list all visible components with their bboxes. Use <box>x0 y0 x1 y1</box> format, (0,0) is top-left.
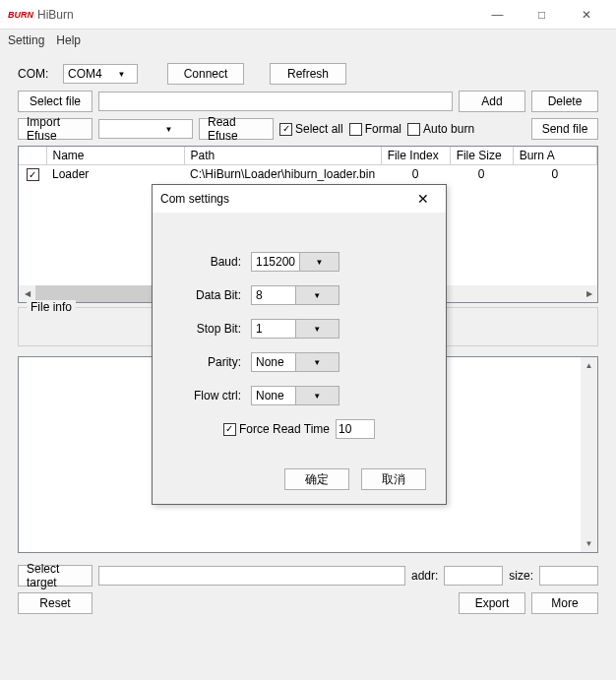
baud-select[interactable]: 115200 ▼ <box>251 252 339 272</box>
menu-setting[interactable]: Setting <box>8 33 44 47</box>
cell-file-size: 0 <box>450 165 513 184</box>
connect-button[interactable]: Connect <box>167 63 244 85</box>
baud-label: Baud: <box>172 255 251 269</box>
chevron-down-icon: ▼ <box>295 320 339 338</box>
app-logo: BURN <box>8 10 33 20</box>
cell-path: C:\HiBurn\Loader\hiburn_loader.bin <box>184 165 381 184</box>
dialog-title: Com settings <box>160 192 229 206</box>
col-burn-addr[interactable]: Burn A <box>513 147 596 165</box>
scroll-up-icon[interactable]: ▲ <box>581 357 597 374</box>
send-file-button[interactable]: Send file <box>531 118 598 140</box>
auto-burn-checkbox[interactable]: Auto burn <box>407 122 474 136</box>
auto-burn-label: Auto burn <box>423 122 474 136</box>
minimize-button[interactable]: — <box>475 0 520 30</box>
baud-value: 115200 <box>252 255 299 269</box>
select-file-button[interactable]: Select file <box>18 91 92 112</box>
parity-label: Parity: <box>172 355 251 369</box>
cancel-button[interactable]: 取消 <box>361 468 426 490</box>
close-button[interactable]: ✕ <box>564 0 608 30</box>
row-checkbox[interactable]: ✓ <box>27 168 39 181</box>
add-button[interactable]: Add <box>459 91 525 112</box>
col-name[interactable]: Name <box>46 147 184 165</box>
size-input[interactable] <box>539 566 598 586</box>
table-row[interactable]: ✓ Loader C:\HiBurn\Loader\hiburn_loader.… <box>19 165 597 184</box>
chevron-down-icon: ▼ <box>295 353 339 371</box>
chevron-down-icon: ▼ <box>295 286 339 304</box>
databit-label: Data Bit: <box>172 288 251 302</box>
databit-value: 8 <box>252 288 295 302</box>
import-efuse-button[interactable]: Import Efuse <box>18 118 92 140</box>
select-target-button[interactable]: Select target <box>18 565 92 587</box>
force-read-checkbox[interactable]: ✓ Force Read Time <box>223 422 330 436</box>
cell-name: Loader <box>46 165 184 184</box>
com-settings-dialog: Com settings ✕ Baud: 115200 ▼ Data Bit: … <box>152 184 447 505</box>
v-scrollbar[interactable]: ▲ ▼ <box>581 357 597 552</box>
size-label: size: <box>509 569 533 583</box>
dialog-close-button[interactable]: ✕ <box>408 191 438 207</box>
flow-select[interactable]: None ▼ <box>251 386 339 405</box>
chevron-down-icon: ▼ <box>299 253 339 271</box>
target-input[interactable] <box>98 566 405 586</box>
chevron-down-icon: ▼ <box>295 387 339 404</box>
scroll-right-icon[interactable]: ▶ <box>581 285 597 302</box>
file-path-input[interactable] <box>98 92 453 111</box>
cell-burn-addr: 0 <box>513 165 596 184</box>
formal-checkbox[interactable]: Formal <box>349 122 401 136</box>
read-efuse-button[interactable]: Read Efuse <box>199 118 274 140</box>
force-read-label: Force Read Time <box>239 422 330 436</box>
com-label: COM: <box>18 67 57 81</box>
delete-button[interactable]: Delete <box>531 91 598 112</box>
addr-label: addr: <box>411 569 438 583</box>
col-file-size[interactable]: File Size <box>450 147 513 165</box>
select-all-checkbox[interactable]: ✓Select all <box>279 122 343 136</box>
stopbit-select[interactable]: 1 ▼ <box>251 319 339 339</box>
flow-label: Flow ctrl: <box>172 389 251 402</box>
cell-file-index: 0 <box>381 165 450 184</box>
select-all-label: Select all <box>295 122 343 136</box>
com-value: COM4 <box>64 67 106 81</box>
chevron-down-icon: ▼ <box>146 125 192 134</box>
parity-select[interactable]: None ▼ <box>251 352 339 372</box>
scroll-down-icon[interactable]: ▼ <box>581 535 597 552</box>
addr-input[interactable] <box>444 566 503 586</box>
parity-value: None <box>252 355 295 369</box>
reset-button[interactable]: Reset <box>18 592 92 614</box>
ok-button[interactable]: 确定 <box>284 468 349 490</box>
col-file-index[interactable]: File Index <box>381 147 450 165</box>
flow-value: None <box>252 389 295 402</box>
stopbit-value: 1 <box>252 322 295 336</box>
chevron-down-icon: ▼ <box>106 70 137 79</box>
stopbit-label: Stop Bit: <box>172 322 251 336</box>
force-read-input[interactable] <box>336 419 375 439</box>
maximize-button[interactable]: □ <box>520 0 564 30</box>
more-button[interactable]: More <box>531 592 598 614</box>
window-title: HiBurn <box>37 8 74 22</box>
efuse-select[interactable]: ▼ <box>98 119 193 139</box>
formal-label: Formal <box>365 122 401 136</box>
com-select[interactable]: COM4 ▼ <box>63 64 138 84</box>
refresh-button[interactable]: Refresh <box>270 63 346 85</box>
databit-select[interactable]: 8 ▼ <box>251 285 339 305</box>
menu-help[interactable]: Help <box>56 33 81 47</box>
export-button[interactable]: Export <box>459 592 525 614</box>
col-path[interactable]: Path <box>184 147 381 165</box>
file-info-label: File info <box>27 300 76 314</box>
